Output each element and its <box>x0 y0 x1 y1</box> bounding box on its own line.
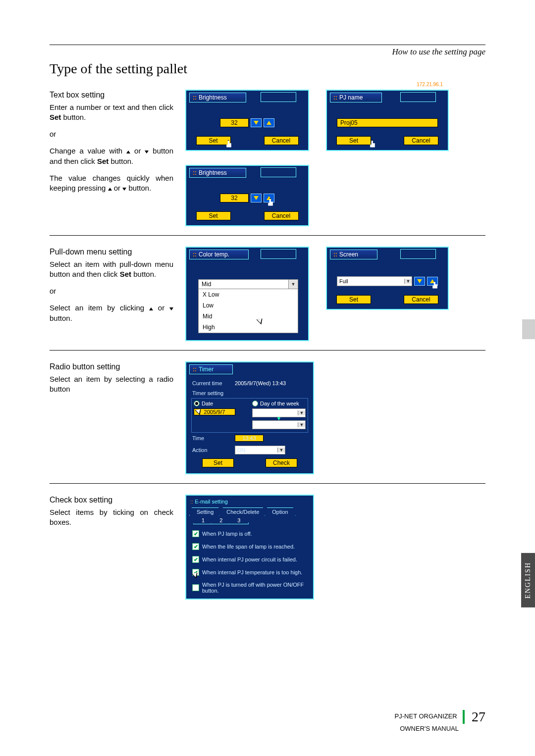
pulldown-heading: Pull-down menu setting <box>50 247 173 257</box>
checkbox-row: ✔When internal PJ temperature is too hig… <box>188 566 311 579</box>
triangle-down-icon <box>169 307 173 310</box>
action-select[interactable]: ON▼ <box>235 446 285 454</box>
cancel-button[interactable]: Cancel <box>404 136 438 145</box>
chevron-down-icon[interactable]: ▼ <box>298 422 305 427</box>
checkbox[interactable]: ✔ <box>192 556 199 563</box>
radio-dow[interactable] <box>252 401 258 406</box>
dow-select-2[interactable]: ▼ <box>252 420 306 429</box>
chevron-down-icon[interactable]: ▼ <box>298 410 305 415</box>
current-time-label: Current time <box>192 380 232 386</box>
panel-title: ::PJ name <box>330 93 382 102</box>
decrement-button[interactable] <box>414 277 425 286</box>
checkbox[interactable]: ✔ <box>192 543 199 550</box>
radio-desc: Select an item by selecting a radio butt… <box>50 374 173 395</box>
colortemp-options[interactable]: X Low Low Mid High <box>198 289 298 333</box>
triangle-up-icon <box>126 151 130 153</box>
pjname-input[interactable]: Proj05 <box>337 118 438 127</box>
set-button[interactable]: Set <box>196 211 231 220</box>
decrement-button[interactable] <box>251 118 262 127</box>
checkbox-desc: Select items by ticking on check boxes. <box>50 507 173 528</box>
option-item[interactable]: Low <box>199 300 298 311</box>
pjname-panel: 172.21.96.1 ::PJ name Proj05 Set Cancel <box>326 90 449 151</box>
option-item[interactable]: X Low <box>199 289 298 300</box>
chevron-down-icon[interactable]: ▼ <box>404 279 412 284</box>
checkbox-row: ✔When the life span of lamp is reached. <box>188 540 311 553</box>
set-button[interactable]: Set <box>336 136 371 145</box>
increment-button[interactable] <box>427 277 438 286</box>
page-title: Type of the setting pallet <box>50 61 485 77</box>
checkbox-heading: Check box setting <box>50 495 173 505</box>
colortemp-panel: ::Color temp. Mid ▼ X Low Low Mid High <box>185 247 309 341</box>
brightness-value[interactable]: 32 <box>220 194 249 202</box>
check-button[interactable]: Check <box>266 458 297 467</box>
set-button[interactable]: Set <box>196 136 231 145</box>
numtab-2[interactable]: 2 <box>211 517 231 524</box>
textbox-desc-3: The value changes quickly when keeping p… <box>50 173 173 194</box>
language-tab: ENGLISH <box>521 553 535 607</box>
radio-date-label: Date <box>202 401 213 406</box>
gray-strip <box>522 319 535 339</box>
page-footer: PJ-NET ORGANIZER 27 OWNER'S MANUAL <box>395 709 485 732</box>
time-input[interactable]: 13:43 <box>235 435 264 442</box>
numtab-3[interactable]: 3 <box>229 517 249 524</box>
ip-label: 172.21.96.1 <box>417 82 446 87</box>
textbox-desc-2: Change a value with or button and then c… <box>50 146 173 166</box>
triangle-up-icon <box>108 188 112 191</box>
screen-select[interactable]: Full▼ <box>337 276 412 286</box>
numtab-1[interactable]: 1 <box>193 517 213 524</box>
brightness-panel-2: ::Brightness 32 Set Cancel <box>185 165 309 226</box>
current-time-value: 2005/9/7(Wed) 13:43 <box>235 380 286 386</box>
cancel-button[interactable]: Cancel <box>264 211 299 220</box>
email-panel: :: E-mail setting Setting Check/Delete O… <box>185 495 314 600</box>
checkbox[interactable]: ✔ <box>192 530 199 537</box>
increment-button[interactable] <box>264 118 274 127</box>
tab-option[interactable]: Option <box>265 507 295 516</box>
action-label: Action <box>192 447 232 453</box>
page-number: 27 <box>472 709 485 724</box>
option-item[interactable]: Mid <box>199 311 298 322</box>
decrement-button[interactable] <box>251 194 262 202</box>
tab-setting[interactable]: Setting <box>189 507 221 516</box>
brightness-value[interactable]: 32 <box>220 118 249 127</box>
timer-panel: ::Timer Current time 2005/9/7(Wed) 13:43… <box>185 361 314 474</box>
footer-line1: PJ-NET ORGANIZER <box>395 712 457 720</box>
colortemp-select[interactable]: Mid ▼ <box>198 279 298 289</box>
radio-date[interactable] <box>194 401 200 406</box>
option-item[interactable]: High <box>199 322 298 333</box>
set-button[interactable]: Set <box>336 295 371 304</box>
cancel-button[interactable]: Cancel <box>404 295 438 304</box>
checkbox-label: When the life span of lamp is reached. <box>202 544 295 550</box>
checkbox-row: ✔When PJ lamp is off. <box>188 527 311 540</box>
screen-panel: ::Screen Full▼ Set Cancel <box>326 247 449 310</box>
set-button[interactable]: Set <box>202 458 234 467</box>
increment-button[interactable] <box>264 194 274 202</box>
radio-dow-label: Day of the week <box>260 401 299 406</box>
checkbox[interactable] <box>192 584 199 591</box>
checkbox-label: When internal PJ power circuit is failed… <box>202 556 297 562</box>
pulldown-desc-1: Select an item with pull-down menu butto… <box>50 259 173 280</box>
header-caption: How to use the setting page <box>50 47 485 57</box>
checkbox-row: ✔When internal PJ power circuit is faile… <box>188 553 311 566</box>
textbox-or: or <box>50 129 173 139</box>
triangle-up-icon <box>149 307 153 310</box>
panel-title: ::Screen <box>330 250 377 259</box>
pulldown-desc-2: Select an item by clicking or button. <box>50 303 173 323</box>
chevron-down-icon[interactable]: ▼ <box>289 279 298 289</box>
panel-title: ::Timer <box>189 364 233 374</box>
panel-title: ::Brightness <box>189 93 246 102</box>
checkbox-label: When internal PJ temperature is too high… <box>202 569 302 575</box>
textbox-heading: Text box setting <box>50 90 173 101</box>
pulldown-or: or <box>50 286 173 296</box>
footer-line2: OWNER'S MANUAL <box>400 725 459 732</box>
timer-setting-label: Timer setting <box>189 388 310 398</box>
time-label: Time <box>192 435 232 441</box>
panel-title: :: E-mail setting <box>188 498 311 505</box>
checkbox-label: When PJ is turned off with power ON/OFF … <box>202 582 307 594</box>
radio-heading: Radio button setting <box>50 361 173 372</box>
panel-title: ::Brightness <box>189 168 246 178</box>
tab-checkdelete[interactable]: Check/Delete <box>219 507 267 516</box>
chevron-down-icon[interactable]: ▼ <box>277 448 285 453</box>
panel-title: ::Color temp. <box>189 250 249 259</box>
cancel-button[interactable]: Cancel <box>264 136 299 145</box>
textbox-desc-1: Enter a number or text and then click Se… <box>50 102 173 123</box>
